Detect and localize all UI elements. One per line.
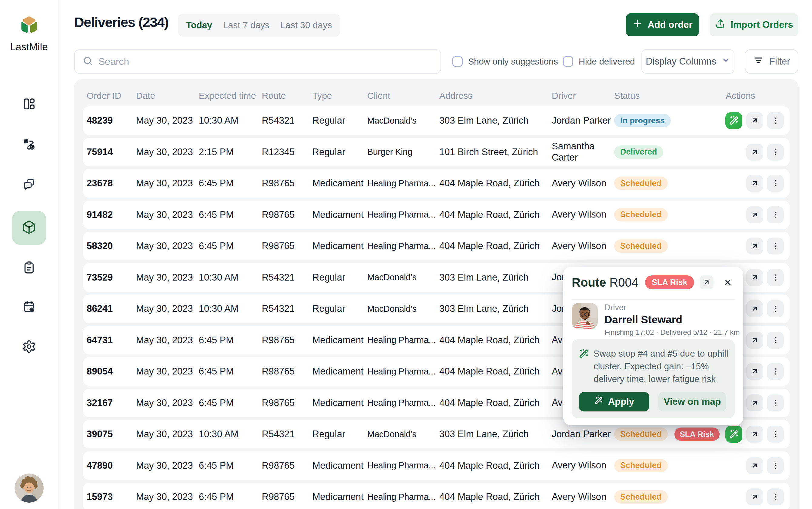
cell-order_id: 91482 — [87, 201, 135, 229]
cell-client: Burger King — [367, 138, 439, 166]
lastmile-logo-icon — [0, 16, 58, 38]
cell-route: R54321 — [262, 106, 310, 135]
sidebar-item-settings[interactable] — [12, 330, 46, 364]
column-header-actions: Actions — [726, 82, 755, 109]
import-orders-label: Import Orders — [731, 20, 793, 30]
driver-label: Driver — [605, 303, 740, 312]
cell-time: 6:45 PM — [199, 232, 261, 260]
apply-button[interactable]: Apply — [579, 392, 649, 411]
cell-client: MacDonald’s — [367, 295, 439, 323]
open-row-button[interactable] — [746, 457, 763, 474]
table-row-47890[interactable]: 47890May 30, 20236:45 PMR98765Medicament… — [83, 451, 789, 480]
column-header-type: Type — [312, 82, 332, 109]
sla-risk-badge: SLA Risk — [645, 275, 694, 290]
open-row-button[interactable] — [746, 144, 763, 161]
open-row-button[interactable] — [746, 269, 763, 286]
user-avatar[interactable] — [14, 474, 44, 503]
cell-order_id: 32167 — [87, 389, 135, 417]
cell-address: 404 Maple Road, Zürich — [439, 169, 551, 198]
suggestion-text: Swap stop #4 and #5 due to uphill cluste… — [594, 347, 734, 385]
add-order-button[interactable]: Add order — [626, 13, 699, 36]
open-row-button[interactable] — [746, 175, 763, 192]
popup-header: Route R004 SLA Risk — [572, 274, 735, 291]
row-menu-button[interactable] — [767, 426, 784, 443]
row-menu-button[interactable] — [767, 363, 784, 380]
sidebar-item-messages[interactable] — [12, 168, 46, 202]
open-row-button[interactable] — [746, 300, 763, 317]
open-row-button[interactable] — [746, 426, 763, 443]
display-columns-select[interactable]: Display Columns — [641, 49, 735, 74]
cell-driver: Jordan Parker — [552, 106, 612, 135]
brand-name: LastMile — [0, 41, 58, 53]
tab-today[interactable]: Today — [186, 20, 212, 30]
checkbox-box[interactable] — [452, 56, 463, 67]
row-menu-button[interactable] — [767, 144, 784, 161]
cell-type: Regular — [312, 295, 366, 323]
cell-client: MacDonald’s — [367, 106, 439, 135]
table-row-48239[interactable]: 48239May 30, 202310:30 AMR54321RegularMa… — [83, 106, 789, 135]
open-row-button[interactable] — [746, 363, 763, 380]
row-menu-button[interactable] — [767, 300, 784, 317]
open-row-button[interactable] — [746, 332, 763, 349]
tab-last-30-days[interactable]: Last 30 days — [280, 20, 332, 30]
table-row-58320[interactable]: 58320May 30, 20236:45 PMR98765Medicament… — [83, 232, 789, 260]
open-row-button[interactable] — [746, 238, 763, 254]
row-menu-button[interactable] — [767, 488, 784, 505]
hide-delivered-checkbox[interactable]: Hide delivered — [563, 49, 635, 74]
sidebar-item-dashboard[interactable] — [12, 88, 46, 122]
search-input[interactable] — [98, 56, 433, 67]
cell-order_id: 47890 — [87, 451, 135, 480]
app: LastMile Deliveries (234) TodayLast 7 da… — [0, 0, 812, 509]
row-menu-button[interactable] — [767, 175, 784, 192]
status-badge: Scheduled — [614, 459, 668, 472]
dashboard-icon — [22, 97, 36, 112]
cell-route: R98765 — [262, 389, 310, 417]
row-menu-button[interactable] — [767, 112, 784, 129]
table-header: Order IDDateExpected timeRouteTypeClient… — [83, 79, 789, 106]
row-menu-button[interactable] — [767, 395, 784, 411]
status-badge: In progress — [614, 114, 671, 127]
sidebar-item-routes[interactable] — [12, 128, 46, 162]
tab-last-7-days[interactable]: Last 7 days — [223, 20, 269, 30]
close-icon[interactable] — [721, 275, 735, 290]
popup-title-bold: Route — [572, 276, 606, 289]
open-route-button[interactable] — [700, 275, 714, 290]
cell-driver: Avery Wilson — [552, 232, 612, 260]
cell-type: Medicament — [312, 232, 366, 260]
column-header-status: Status — [614, 82, 640, 109]
logo: LastMile — [0, 16, 58, 53]
suggestion-wand-button[interactable] — [725, 426, 742, 443]
table-row-23678[interactable]: 23678May 30, 20236:45 PMR98765Medicament… — [83, 169, 789, 198]
sidebar-item-orders[interactable] — [12, 251, 46, 285]
open-row-button[interactable] — [746, 395, 763, 411]
row-menu-button[interactable] — [767, 269, 784, 286]
cell-time: 6:45 PM — [199, 357, 261, 386]
cell-time: 10:30 AM — [199, 420, 261, 448]
status-badge: Scheduled — [614, 208, 668, 222]
filter-icon — [753, 55, 764, 68]
cell-type: Medicament — [312, 389, 366, 417]
row-menu-button[interactable] — [767, 457, 784, 474]
sidebar-item-deliveries[interactable] — [12, 211, 46, 245]
checkbox-box[interactable] — [563, 56, 573, 67]
table-row-75914[interactable]: 75914May 30, 20232:15 PMR12345RegularBur… — [83, 138, 789, 166]
column-header-client: Client — [367, 82, 390, 109]
open-row-button[interactable] — [746, 112, 763, 129]
row-menu-button[interactable] — [767, 206, 784, 223]
filter-button[interactable]: Filter — [745, 49, 799, 74]
view-on-map-button[interactable]: View on map — [658, 392, 726, 411]
table-row-15973[interactable]: 15973May 30, 20236:45 PMR98765Medicament… — [83, 483, 789, 509]
calendar-icon — [22, 300, 36, 315]
table-row-91482[interactable]: 91482May 30, 20236:45 PMR98765Medicament… — [83, 201, 789, 229]
row-menu-button[interactable] — [767, 238, 784, 254]
view-map-label: View on map — [664, 396, 721, 407]
open-row-button[interactable] — [746, 206, 763, 223]
sidebar-item-schedule[interactable] — [12, 290, 46, 324]
cell-client: Healing Pharma... — [367, 232, 439, 260]
import-orders-button[interactable]: Import Orders — [710, 13, 799, 36]
show-only-suggestions-checkbox[interactable]: Show only suggestions — [452, 49, 558, 74]
open-row-button[interactable] — [746, 488, 763, 505]
cell-route: R98765 — [262, 451, 310, 480]
suggestion-wand-button[interactable] — [725, 112, 742, 129]
row-menu-button[interactable] — [767, 332, 784, 349]
